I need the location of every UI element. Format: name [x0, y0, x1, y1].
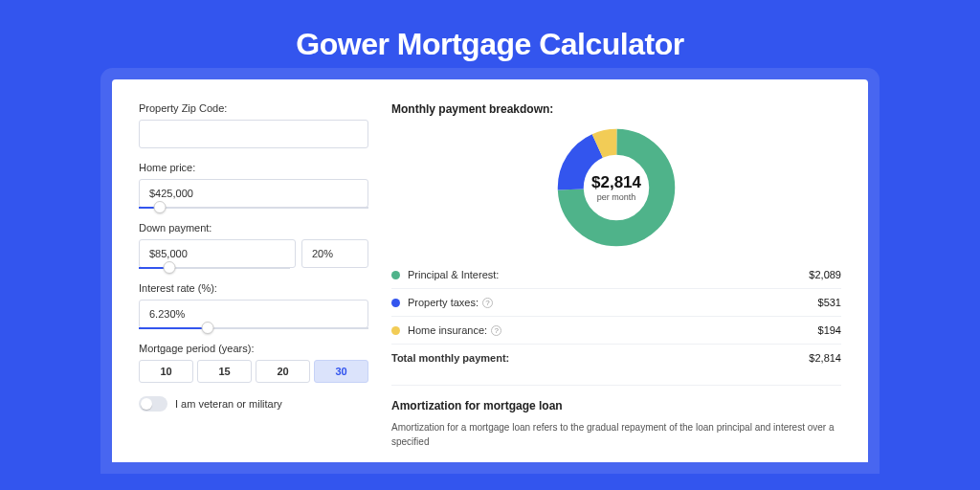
down-payment-slider[interactable] [139, 267, 290, 269]
legend-row: Principal & Interest:$2,089 [391, 261, 841, 288]
legend-label: Home insurance:? [408, 324, 818, 336]
home-price-slider[interactable] [139, 207, 368, 209]
legend-row: Home insurance:?$194 [391, 316, 841, 344]
period-options: 10152030 [139, 360, 368, 383]
legend-row: Property taxes:?$531 [391, 288, 841, 316]
page-title: Gower Mortgage Calculator [0, 0, 980, 79]
calculator-card: Property Zip Code: Home price: Down paym… [112, 79, 868, 462]
help-icon[interactable]: ? [482, 298, 493, 308]
legend-value: $2,089 [809, 269, 841, 280]
interest-slider-fill [139, 327, 208, 329]
period-option-10[interactable]: 10 [139, 360, 193, 383]
legend-dot [391, 326, 400, 335]
down-payment-slider-thumb[interactable] [163, 261, 175, 274]
down-payment-input[interactable] [139, 239, 296, 268]
breakdown-title: Monthly payment breakdown: [391, 102, 841, 116]
legend-value: $531 [818, 297, 841, 308]
legend-dot [391, 299, 400, 307]
legend-label: Property taxes:? [408, 297, 818, 308]
legend-dot [391, 271, 400, 279]
interest-field-group: Interest rate (%): [139, 282, 368, 329]
down-payment-field-group: Down payment: [139, 222, 368, 269]
home-price-label: Home price: [139, 162, 368, 173]
donut-chart-wrap: $2,814 per month [391, 127, 841, 248]
results-panel: Monthly payment breakdown: $2,814 per mo… [391, 102, 841, 462]
home-price-slider-thumb[interactable] [153, 201, 166, 213]
veteran-toggle[interactable] [139, 396, 167, 412]
down-payment-pct-input[interactable] [301, 239, 368, 268]
period-field-group: Mortgage period (years): 10152030 [139, 343, 368, 383]
interest-slider[interactable] [139, 327, 368, 329]
amortization-text: Amortization for a mortgage loan refers … [391, 420, 841, 449]
down-payment-label: Down payment: [139, 222, 368, 234]
form-panel: Property Zip Code: Home price: Down paym… [139, 102, 368, 462]
zip-input[interactable] [139, 120, 368, 148]
veteran-toggle-knob [141, 398, 152, 410]
donut-amount: $2,814 [591, 173, 641, 192]
veteran-row: I am veteran or military [139, 396, 368, 412]
veteran-label: I am veteran or military [175, 398, 282, 410]
period-option-15[interactable]: 15 [197, 360, 252, 383]
legend-total-value: $2,814 [809, 352, 841, 364]
home-price-input[interactable] [139, 179, 368, 208]
amortization-title: Amortization for mortgage loan [391, 385, 841, 412]
legend-total-row: Total monthly payment: $2,814 [391, 344, 841, 371]
donut-sub: per month [591, 192, 641, 202]
interest-input[interactable] [139, 300, 368, 328]
legend: Principal & Interest:$2,089Property taxe… [391, 261, 841, 344]
zip-label: Property Zip Code: [139, 102, 368, 114]
period-option-20[interactable]: 20 [256, 360, 310, 383]
donut-center: $2,814 per month [591, 173, 641, 202]
period-label: Mortgage period (years): [139, 343, 368, 354]
legend-value: $194 [818, 324, 841, 336]
interest-slider-thumb[interactable] [202, 322, 214, 334]
help-icon[interactable]: ? [491, 325, 501, 336]
zip-field-group: Property Zip Code: [139, 102, 368, 148]
period-option-30[interactable]: 30 [314, 360, 368, 383]
legend-total-label: Total monthly payment: [391, 352, 809, 364]
donut-chart: $2,814 per month [556, 127, 677, 248]
home-price-field-group: Home price: [139, 162, 368, 209]
legend-label: Principal & Interest: [408, 269, 809, 280]
interest-label: Interest rate (%): [139, 282, 368, 294]
